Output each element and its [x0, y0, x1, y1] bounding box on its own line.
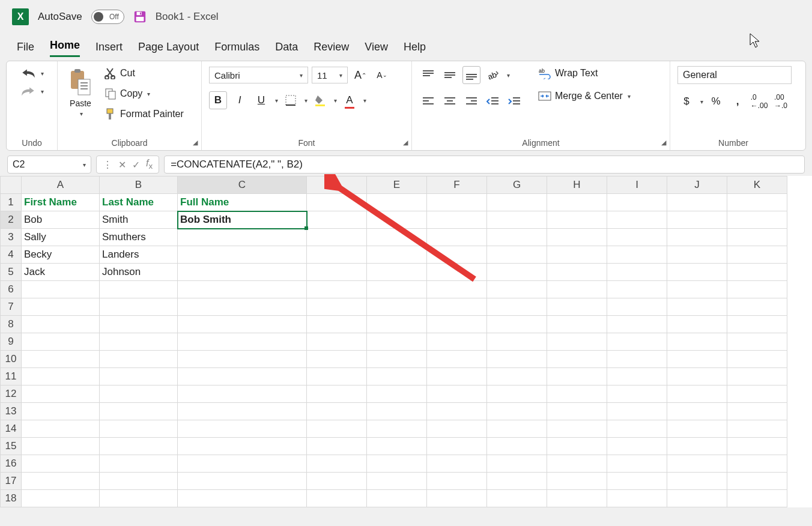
cell-I15[interactable] [607, 438, 667, 455]
cell-J18[interactable] [667, 490, 727, 507]
cell-D1[interactable] [307, 194, 367, 211]
align-bottom-button[interactable] [462, 66, 480, 84]
cell-H6[interactable] [547, 281, 607, 298]
select-all-corner[interactable] [1, 177, 22, 194]
cell-A2[interactable]: Bob [22, 211, 100, 229]
undo-button[interactable]: ▾ [18, 66, 46, 80]
save-icon[interactable] [133, 10, 147, 23]
cell-K2[interactable] [727, 211, 787, 229]
cell-A9[interactable] [22, 333, 100, 351]
accounting-format-button[interactable]: $ [677, 92, 695, 110]
cell-H14[interactable] [547, 420, 607, 438]
cell-K18[interactable] [727, 490, 787, 507]
wrap-text-button[interactable]: ab Wrap Text [536, 66, 633, 80]
worksheet-grid[interactable]: ABCDEFGHIJK1First NameLast NameFull Name… [0, 176, 812, 507]
cell-K6[interactable] [727, 281, 787, 298]
cell-K14[interactable] [727, 420, 787, 438]
col-header-F[interactable]: F [427, 177, 487, 194]
cell-B11[interactable] [100, 368, 178, 385]
cell-C11[interactable] [178, 368, 307, 385]
cell-E17[interactable] [367, 473, 427, 490]
paste-button[interactable]: Paste▾ [65, 66, 96, 119]
cell-J14[interactable] [667, 420, 727, 438]
cell-J12[interactable] [667, 385, 727, 403]
cell-I16[interactable] [607, 455, 667, 473]
cell-F9[interactable] [427, 333, 487, 351]
cell-D17[interactable] [307, 473, 367, 490]
cell-G15[interactable] [487, 438, 547, 455]
cell-I11[interactable] [607, 368, 667, 385]
cut-button[interactable]: Cut [102, 66, 186, 80]
cell-E18[interactable] [367, 490, 427, 507]
cell-J16[interactable] [667, 455, 727, 473]
cell-H5[interactable] [547, 264, 607, 281]
cell-E14[interactable] [367, 420, 427, 438]
cell-D6[interactable] [307, 281, 367, 298]
cell-B3[interactable]: Smuthers [100, 229, 178, 246]
cell-F4[interactable] [427, 246, 487, 264]
increase-indent-button[interactable] [506, 92, 524, 110]
cell-C14[interactable] [178, 420, 307, 438]
bold-button[interactable]: B [209, 91, 227, 109]
row-header-14[interactable]: 14 [1, 420, 22, 438]
cell-G6[interactable] [487, 281, 547, 298]
font-color-button[interactable]: A [341, 91, 359, 109]
cell-H17[interactable] [547, 473, 607, 490]
orientation-button[interactable]: ab [484, 66, 502, 84]
cell-K7[interactable] [727, 298, 787, 316]
cell-J2[interactable] [667, 211, 727, 229]
cell-A13[interactable] [22, 403, 100, 420]
cell-D8[interactable] [307, 316, 367, 333]
cell-B2[interactable]: Smith [100, 211, 178, 229]
cell-G13[interactable] [487, 403, 547, 420]
cell-K11[interactable] [727, 368, 787, 385]
cell-F7[interactable] [427, 298, 487, 316]
cell-G4[interactable] [487, 246, 547, 264]
cell-B5[interactable]: Johnson [100, 264, 178, 281]
cell-C8[interactable] [178, 316, 307, 333]
cell-I1[interactable] [607, 194, 667, 211]
cell-C5[interactable] [178, 264, 307, 281]
cell-K1[interactable] [727, 194, 787, 211]
cell-F11[interactable] [427, 368, 487, 385]
cell-G17[interactable] [487, 473, 547, 490]
tab-view[interactable]: View [365, 41, 388, 57]
cell-A3[interactable]: Sally [22, 229, 100, 246]
cell-J4[interactable] [667, 246, 727, 264]
cell-H12[interactable] [547, 385, 607, 403]
cell-C10[interactable] [178, 351, 307, 368]
cell-B7[interactable] [100, 298, 178, 316]
cell-F14[interactable] [427, 420, 487, 438]
cell-C13[interactable] [178, 403, 307, 420]
fx-icon[interactable]: fx [146, 158, 153, 171]
cell-J11[interactable] [667, 368, 727, 385]
cell-B6[interactable] [100, 281, 178, 298]
cell-F15[interactable] [427, 438, 487, 455]
cell-K4[interactable] [727, 246, 787, 264]
cell-H3[interactable] [547, 229, 607, 246]
cell-C4[interactable] [178, 246, 307, 264]
cell-J10[interactable] [667, 351, 727, 368]
tab-review[interactable]: Review [314, 41, 349, 57]
cell-F3[interactable] [427, 229, 487, 246]
cell-A12[interactable] [22, 385, 100, 403]
cell-F10[interactable] [427, 351, 487, 368]
name-box[interactable]: C2▾ [7, 156, 91, 174]
row-header-16[interactable]: 16 [1, 455, 22, 473]
cell-A5[interactable]: Jack [22, 264, 100, 281]
cell-G5[interactable] [487, 264, 547, 281]
borders-button[interactable] [282, 91, 300, 109]
row-header-1[interactable]: 1 [1, 194, 22, 211]
font-name-select[interactable]: Calibri▾ [209, 67, 308, 83]
cell-E2[interactable] [367, 211, 427, 229]
cell-H8[interactable] [547, 316, 607, 333]
cell-D9[interactable] [307, 333, 367, 351]
row-header-3[interactable]: 3 [1, 229, 22, 246]
cell-F13[interactable] [427, 403, 487, 420]
tab-page-layout[interactable]: Page Layout [138, 41, 199, 57]
cell-C6[interactable] [178, 281, 307, 298]
row-header-9[interactable]: 9 [1, 333, 22, 351]
align-middle-button[interactable] [441, 66, 459, 84]
cell-J13[interactable] [667, 403, 727, 420]
cell-A6[interactable] [22, 281, 100, 298]
